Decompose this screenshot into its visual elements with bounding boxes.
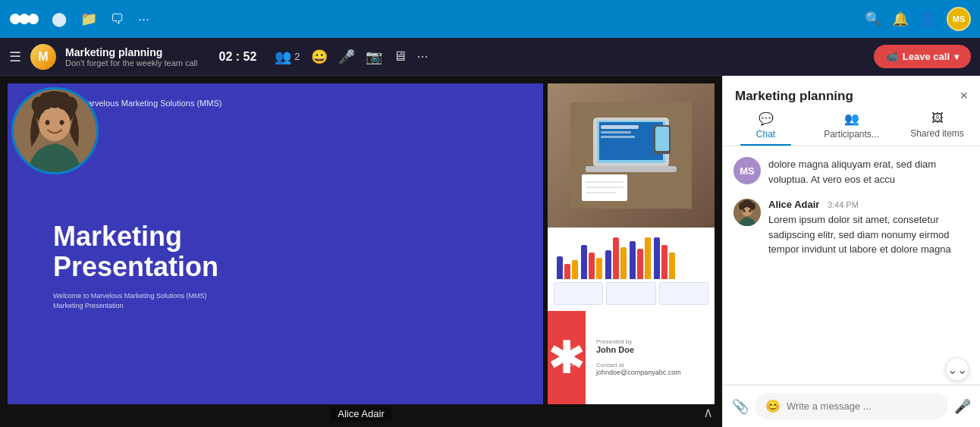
chat-message: MS dolore magna aliquyam erat, sed diam … bbox=[733, 155, 969, 187]
topbar: ⬤ 📁 🗨 ··· 🔍 🔔 👤 MS bbox=[0, 0, 980, 38]
call-title-area: Marketing planning Don't forget for the … bbox=[65, 46, 198, 68]
asterisk-icon: ✱ bbox=[548, 331, 586, 384]
attach-icon[interactable]: 📎 bbox=[732, 398, 749, 415]
chat-tab-label: Chat bbox=[756, 129, 775, 140]
sidebar-title: Marketing planning bbox=[735, 89, 853, 104]
scroll-to-bottom-button[interactable]: ⌄⌄ bbox=[945, 357, 969, 381]
slide-laptop-visual bbox=[548, 83, 715, 228]
user-avatar[interactable]: MS bbox=[947, 7, 971, 31]
circle-icon[interactable]: ⬤ bbox=[52, 11, 67, 27]
shared-tab-icon: 🖼 bbox=[931, 111, 944, 125]
participants-tab-label: Participants... bbox=[824, 129, 879, 140]
svg-rect-18 bbox=[601, 125, 639, 129]
message-content: dolore magna aliquyam erat, sed diam vol… bbox=[768, 155, 969, 187]
slide-asterisk-panel: ✱ 2023 bbox=[548, 311, 586, 404]
talk-icon[interactable]: 🗨 bbox=[111, 11, 124, 27]
svg-point-5 bbox=[39, 107, 71, 141]
camera-off-icon[interactable]: 📷 bbox=[366, 49, 382, 65]
slide-bottom-text: Welcome to Marvelous Marketing Solutions… bbox=[53, 291, 528, 312]
leave-call-label: Leave call bbox=[903, 51, 950, 62]
slide-bottom-section: ✱ 2023 Presented by John Doe Contact at … bbox=[548, 311, 715, 404]
search-icon[interactable]: 🔍 bbox=[865, 11, 881, 27]
emoji-reaction-icon[interactable]: 😀 bbox=[311, 49, 328, 65]
message-sender: Alice Adair bbox=[768, 199, 819, 210]
hamburger-icon[interactable]: ☰ bbox=[9, 49, 21, 65]
leave-call-button[interactable]: 📹 Leave call ▾ bbox=[874, 45, 971, 68]
chat-sidebar: Marketing planning × 💬 Chat 👥 Participan… bbox=[722, 76, 980, 427]
call-controls: 👥 2 😀 🎤 📷 🖥 ··· bbox=[275, 49, 428, 65]
svg-rect-19 bbox=[601, 131, 631, 133]
slide-title: MarketingPresentation bbox=[53, 221, 528, 281]
more-icon[interactable]: ··· bbox=[138, 11, 149, 27]
video-collapse-button[interactable]: ∧ bbox=[703, 404, 713, 421]
presenter-label: Presented by bbox=[596, 338, 704, 345]
contacts-icon[interactable]: 👤 bbox=[919, 11, 936, 27]
tab-participants[interactable]: 👥 Participants... bbox=[809, 111, 894, 146]
main-area: 📢 Marvelous Marketing Solutions (MMS) Ma… bbox=[0, 76, 980, 427]
topbar-nav: ⬤ 📁 🗨 ··· bbox=[52, 11, 149, 27]
tab-shared-items[interactable]: 🖼 Shared items bbox=[894, 111, 980, 146]
mute-mic-icon[interactable]: 🎤 bbox=[338, 49, 355, 65]
svg-point-12 bbox=[63, 96, 77, 114]
svg-point-35 bbox=[749, 203, 755, 210]
presenter-name-label: Alice Adair bbox=[330, 407, 391, 421]
sidebar-tabs: 💬 Chat 👥 Participants... 🖼 Shared items bbox=[723, 104, 980, 146]
user-thumbnail bbox=[11, 87, 99, 174]
presentation-slide: 📢 Marvelous Marketing Solutions (MMS) Ma… bbox=[8, 83, 715, 404]
slide-company: Marvelous Marketing Solutions (MMS) bbox=[80, 99, 221, 108]
participants-icon[interactable]: 👥 2 bbox=[275, 49, 300, 65]
message-text: Lorem ipsum dolor sit amet, consetetur s… bbox=[768, 212, 969, 257]
more-options-icon[interactable]: ··· bbox=[417, 49, 429, 64]
svg-rect-21 bbox=[586, 166, 677, 172]
notifications-icon[interactable]: 🔔 bbox=[892, 11, 909, 27]
chat-input-area: 📎 😊 🎤 bbox=[723, 385, 980, 427]
leave-chevron-icon: ▾ bbox=[954, 52, 959, 62]
svg-point-2 bbox=[28, 14, 39, 24]
leave-call-video-icon: 📹 bbox=[886, 51, 898, 62]
svg-point-37 bbox=[749, 209, 752, 212]
participants-tab-icon: 👥 bbox=[844, 111, 859, 126]
call-title: Marketing planning bbox=[65, 46, 198, 58]
emoji-icon[interactable]: 😊 bbox=[765, 399, 781, 413]
chat-input-wrapper: 😊 bbox=[755, 393, 948, 419]
svg-point-6 bbox=[46, 120, 50, 125]
chat-messages: MS dolore magna aliquyam erat, sed diam … bbox=[723, 146, 980, 385]
call-meeting-icon: M bbox=[30, 44, 56, 70]
svg-point-7 bbox=[60, 120, 64, 125]
shared-tab-label: Shared items bbox=[910, 128, 964, 139]
screen-share-icon[interactable]: 🖥 bbox=[393, 49, 407, 64]
call-subtitle: Don't forget for the weekly team call bbox=[65, 58, 198, 68]
callbar: ☰ M Marketing planning Don't forget for … bbox=[0, 38, 980, 76]
chart-bars bbox=[554, 234, 708, 279]
svg-point-0 bbox=[10, 14, 20, 24]
slide-chart-panel bbox=[548, 228, 715, 311]
svg-point-36 bbox=[743, 209, 746, 212]
sidebar-header: Marketing planning × bbox=[723, 76, 980, 104]
svg-rect-23 bbox=[655, 127, 669, 151]
chat-input[interactable] bbox=[787, 400, 938, 412]
presenter-name: John Doe bbox=[596, 345, 704, 354]
svg-point-1 bbox=[19, 14, 30, 24]
message-avatar-alice bbox=[733, 199, 761, 226]
call-timer: 02 : 52 bbox=[219, 50, 257, 64]
mic-icon[interactable]: 🎤 bbox=[954, 398, 971, 415]
message-content: Alice Adair 3:44 PM Lorem ipsum dolor si… bbox=[768, 197, 969, 257]
message-avatar-ms: MS bbox=[733, 157, 761, 184]
slide-photo-panel bbox=[548, 83, 715, 228]
nextcloud-logo[interactable] bbox=[9, 8, 39, 30]
contact-email: johndoe@companyabc.com bbox=[596, 369, 704, 376]
contact-label: Contact at bbox=[596, 362, 704, 369]
close-sidebar-button[interactable]: × bbox=[960, 88, 968, 104]
chat-message: Alice Adair 3:44 PM Lorem ipsum dolor si… bbox=[733, 197, 969, 257]
participants-count: 2 bbox=[294, 51, 300, 62]
message-text: dolore magna aliquyam erat, sed diam vol… bbox=[768, 157, 969, 187]
files-icon[interactable]: 📁 bbox=[80, 11, 97, 27]
slide-year: 2023 bbox=[568, 347, 576, 368]
slide-right-panel: ✱ 2023 Presented by John Doe Contact at … bbox=[548, 83, 715, 404]
slide-contact-panel: Presented by John Doe Contact at johndoe… bbox=[586, 311, 715, 404]
video-area: 📢 Marvelous Marketing Solutions (MMS) Ma… bbox=[0, 76, 722, 427]
chat-tab-icon: 💬 bbox=[759, 111, 774, 126]
tab-chat[interactable]: 💬 Chat bbox=[723, 111, 809, 146]
topbar-right: 🔍 🔔 👤 MS bbox=[865, 7, 971, 31]
svg-rect-20 bbox=[601, 136, 635, 138]
